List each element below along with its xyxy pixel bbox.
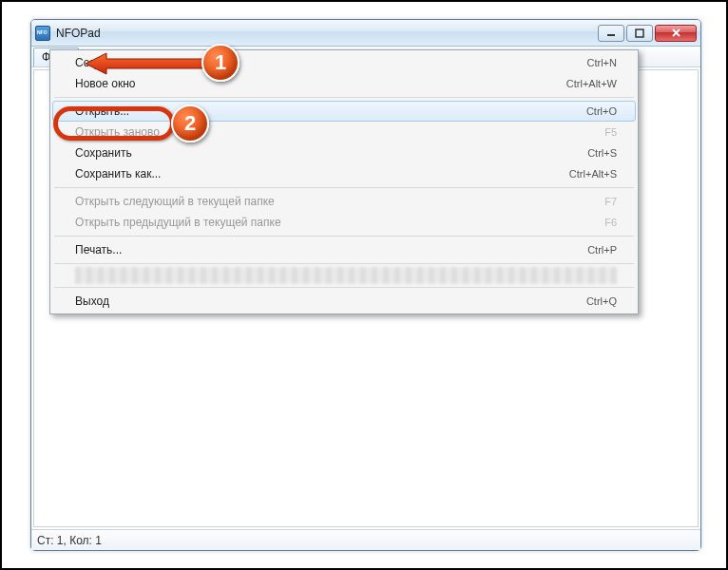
statusbar: Ст: 1, Кол: 1 <box>31 529 700 550</box>
menu-item[interactable]: СохранитьCtrl+S <box>52 142 636 163</box>
window-controls <box>598 25 697 42</box>
menu-separator <box>54 236 634 237</box>
menu-item-shortcut: Ctrl+Alt+S <box>569 168 617 180</box>
menu-item[interactable]: СоздатьCtrl+N <box>52 52 636 73</box>
menu-item-label: Сохранить как... <box>75 167 569 180</box>
recent-files-blurred[interactable] <box>75 267 617 284</box>
menu-item-shortcut: F7 <box>604 196 617 207</box>
minimize-button[interactable] <box>598 25 624 42</box>
menu-item[interactable]: Печать...Ctrl+P <box>52 239 636 260</box>
maximize-button[interactable] <box>626 25 653 42</box>
menu-item-shortcut: Ctrl+Alt+W <box>566 78 617 89</box>
menu-item-label: Выход <box>75 294 586 308</box>
cursor-position: Ст: 1, Кол: 1 <box>37 534 102 547</box>
menu-item-label: Создать <box>75 56 587 69</box>
menu-item-label: Открыть следующий в текущей папке <box>75 195 604 208</box>
menu-item-shortcut: Ctrl+P <box>587 244 617 256</box>
menu-separator <box>54 287 634 288</box>
app-icon <box>35 26 50 41</box>
menu-item-label: Открыть предыдущий в текущей папке <box>75 216 604 229</box>
menu-item: Открыть предыдущий в текущей папкеF6 <box>52 212 636 233</box>
menu-separator <box>54 187 634 188</box>
menu-item[interactable]: Открыть...Ctrl+O <box>52 101 636 122</box>
menu-item[interactable]: Новое окноCtrl+Alt+W <box>52 73 636 94</box>
menu-item-shortcut: Ctrl+N <box>587 57 617 68</box>
menu-item-label: Печать... <box>75 243 587 256</box>
menu-separator <box>54 97 634 98</box>
menu-item[interactable]: ВыходCtrl+Q <box>52 291 636 312</box>
menu-item-shortcut: Ctrl+S <box>587 147 617 159</box>
titlebar[interactable]: NFOPad <box>31 20 700 47</box>
menu-item-label: Открыть... <box>75 104 586 118</box>
menu-item-shortcut: Ctrl+O <box>586 105 617 117</box>
menu-item-shortcut: F5 <box>604 126 617 138</box>
menu-separator <box>54 263 634 264</box>
menu-item-shortcut: F6 <box>604 217 617 228</box>
menu-item: Открыть зановоF5 <box>52 122 636 142</box>
menu-item-label: Открыть заново <box>75 125 604 139</box>
window-title: NFOPad <box>56 27 598 40</box>
file-menu-dropdown: СоздатьCtrl+NНовое окноCtrl+Alt+WОткрыть… <box>49 49 639 314</box>
menu-item-label: Сохранить <box>75 146 587 160</box>
menu-item-shortcut: Ctrl+Q <box>586 295 617 307</box>
menu-item-label: Новое окно <box>75 77 566 90</box>
svg-rect-1 <box>636 29 643 37</box>
menu-item: Открыть следующий в текущей папкеF7 <box>52 191 636 212</box>
menu-item[interactable]: Сохранить как...Ctrl+Alt+S <box>52 163 636 184</box>
close-button[interactable] <box>655 25 697 42</box>
